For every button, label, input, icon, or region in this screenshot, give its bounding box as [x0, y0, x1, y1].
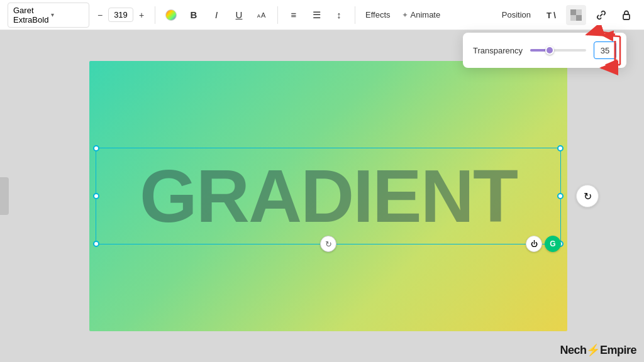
canvas-card[interactable]: GRADIENT ↻ ⏻ G ↻: [89, 61, 567, 331]
rotate-handle[interactable]: ↻: [320, 236, 336, 252]
text-style-icon: T: [545, 9, 557, 21]
line-spacing-icon: ↕: [336, 9, 341, 20]
link-icon: [596, 9, 607, 21]
toolbar: Garet ExtraBold ▾ − + B I U aA ≡ ☰ ↕ Eff…: [0, 0, 644, 30]
italic-button[interactable]: I: [207, 6, 226, 25]
toolbar-right: Position T: [497, 5, 636, 25]
font-name-label: Garet ExtraBold: [13, 6, 48, 25]
align-left-button[interactable]: ≡: [284, 6, 303, 25]
text-color-button[interactable]: [162, 6, 180, 25]
font-dropdown-chevron: ▾: [51, 11, 84, 18]
transparency-slider-thumb[interactable]: [545, 46, 554, 55]
font-size-input[interactable]: [108, 8, 133, 22]
power-button[interactable]: ⏻: [526, 236, 542, 252]
divider-2: [277, 6, 278, 24]
transparency-slider-track[interactable]: [530, 49, 586, 52]
handle-top-right[interactable]: [557, 145, 564, 151]
svg-rect-4: [576, 9, 582, 15]
effects-button[interactable]: Effects: [362, 8, 394, 22]
bold-button[interactable]: B: [184, 6, 203, 25]
transparency-label: Transparency: [473, 46, 523, 55]
element-controls: ⏻ G: [526, 236, 561, 252]
text-element-inner: GRADIENT ↻ ⏻ G: [102, 159, 555, 233]
transparency-popup: Transparency 35: [463, 33, 626, 68]
underline-button[interactable]: U: [230, 6, 248, 25]
line-spacing-button[interactable]: ↕: [330, 6, 348, 25]
handle-middle-left[interactable]: [93, 193, 99, 199]
lock-icon: [621, 9, 632, 21]
font-selector[interactable]: Garet ExtraBold ▾: [8, 3, 89, 28]
canva-g-icon: G: [550, 239, 555, 248]
svg-rect-6: [623, 14, 630, 19]
svg-rect-3: [576, 15, 582, 21]
side-panel-handle[interactable]: [0, 177, 9, 215]
transparency-value[interactable]: 35: [594, 41, 616, 59]
transparency-icon-button[interactable]: [566, 5, 586, 25]
handle-bottom-left[interactable]: [93, 241, 99, 247]
watermark-lightning: ⚡: [586, 343, 600, 357]
watermark-empire: Empire: [600, 344, 636, 356]
list-button[interactable]: ☰: [307, 6, 326, 25]
handle-middle-right[interactable]: [557, 193, 564, 199]
lock-icon-button[interactable]: [616, 5, 636, 25]
animate-sparkle-icon: ✦: [402, 11, 408, 19]
decrease-size-button[interactable]: −: [93, 8, 107, 22]
canvas-area: GRADIENT ↻ ⏻ G ↻: [0, 30, 644, 362]
text-element[interactable]: GRADIENT ↻ ⏻ G: [102, 159, 555, 233]
canva-g-button[interactable]: G: [545, 236, 561, 252]
svg-line-1: [554, 12, 555, 18]
bottom-controls: ↻: [320, 236, 336, 252]
canvas-rotate-icon: ↻: [584, 190, 592, 202]
animate-label: Animate: [411, 10, 441, 19]
divider-3: [355, 6, 355, 24]
text-style-icon-button[interactable]: T: [541, 5, 561, 25]
position-button[interactable]: Position: [497, 8, 536, 22]
link-icon-button[interactable]: [591, 5, 611, 25]
divider-1: [155, 6, 155, 24]
small-caps-button[interactable]: aA: [252, 6, 271, 25]
svg-rect-2: [570, 9, 576, 15]
canvas-text: GRADIENT: [102, 159, 555, 233]
align-left-icon: ≡: [291, 9, 297, 20]
watermark: Nech⚡Empire: [560, 343, 636, 357]
svg-text:T: T: [547, 11, 552, 20]
list-icon: ☰: [313, 9, 321, 21]
increase-size-button[interactable]: +: [135, 8, 148, 22]
svg-rect-5: [570, 15, 576, 21]
power-icon: ⏻: [531, 240, 538, 248]
canvas-rotate-button[interactable]: ↻: [576, 185, 599, 207]
color-circle-icon: [165, 9, 177, 21]
watermark-nech: Nech: [560, 344, 586, 356]
handle-top-left[interactable]: [93, 145, 99, 151]
checkerboard-icon: [570, 9, 582, 21]
animate-button[interactable]: ✦ Animate: [398, 8, 445, 22]
size-controls: − +: [93, 8, 148, 22]
effects-label: Effects: [365, 10, 391, 19]
